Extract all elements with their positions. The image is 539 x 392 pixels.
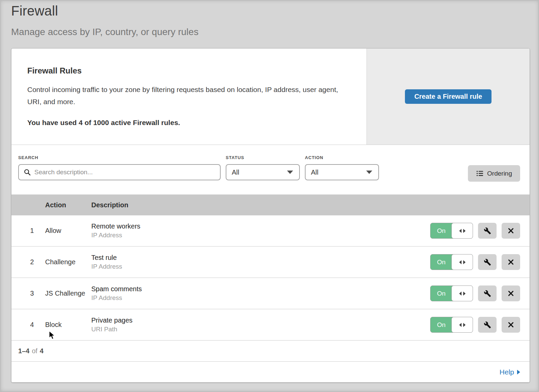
rule-match-type: IP Address [91,263,430,270]
wrench-icon [484,290,491,297]
firewall-rules-card: Firewall Rules Control incoming traffic … [11,48,530,383]
delete-rule-button[interactable] [502,223,520,239]
help-arrow-icon [517,370,520,374]
rule-number: 2 [19,258,45,266]
status-label: STATUS [226,155,300,160]
table-row: 2 Challenge Test rule IP Address On [11,247,530,278]
search-input[interactable] [18,164,221,180]
ordering-button-label: Ordering [487,170,512,177]
wrench-icon [484,259,491,266]
rule-enabled-toggle[interactable]: On [430,254,473,270]
rule-enabled-toggle[interactable]: On [430,285,473,301]
rule-number: 3 [19,290,45,297]
rule-number: 1 [19,227,45,235]
search-icon [24,169,31,176]
create-firewall-rule-button[interactable]: Create a Firewall rule [405,89,492,104]
rule-action: Challenge [45,258,91,266]
page-title: Firewall [11,3,539,19]
toggle-handle-icon [451,285,473,301]
rule-action: JS Challenge [45,290,91,297]
hero-text-block: Firewall Rules Control incoming traffic … [11,49,367,145]
toggle-on-label: On [431,286,452,301]
rule-description: Spam comments [91,285,430,293]
hero-action-panel: Create a Firewall rule [367,49,530,145]
filters-bar: SEARCH STATUS All ACTION [11,145,530,194]
rule-match-type: URI Path [91,326,430,333]
toggle-on-label: On [431,254,452,270]
help-link-label: Help [500,368,514,376]
toggle-handle-icon [451,317,473,333]
rule-description: Remote workers [91,222,430,230]
pagination-bar: 1–4 of 4 [11,341,530,362]
action-label: ACTION [305,155,379,160]
action-select[interactable]: All [305,164,379,180]
hero-section: Firewall Rules Control incoming traffic … [11,49,530,145]
table-row: 4 Block Private pages URI Path On [11,309,530,341]
status-filter: STATUS All [226,155,300,180]
action-filter: ACTION All [305,155,379,180]
rule-match-type: IP Address [91,232,430,239]
close-icon [507,321,514,328]
pagination-of: of [32,347,37,355]
rule-action: Allow [45,227,91,235]
toggle-handle-icon [451,223,473,239]
ordering-button[interactable]: Ordering [468,165,520,182]
rule-description-cell: Test rule IP Address [91,254,430,270]
rule-action: Block [45,321,91,329]
card-footer: Help [11,362,530,382]
close-icon [507,227,514,234]
close-icon [507,259,514,266]
rule-description-cell: Spam comments IP Address [91,285,430,302]
rule-number: 4 [19,321,45,329]
search-filter: SEARCH [18,155,221,180]
edit-rule-button[interactable] [478,285,497,301]
status-select[interactable]: All [226,164,300,180]
delete-rule-button[interactable] [502,285,520,301]
status-select-value: All [232,169,239,176]
rule-enabled-toggle[interactable]: On [430,317,473,333]
close-icon [507,290,514,297]
search-label: SEARCH [18,155,221,160]
rule-enabled-toggle[interactable]: On [430,223,473,239]
section-description: Control incoming traffic to your zone by… [27,84,347,108]
table-header: Action Description [11,194,530,215]
usage-note: You have used 4 of 1000 active Firewall … [27,119,353,127]
rule-description: Test rule [91,254,430,262]
help-link[interactable]: Help [500,368,520,376]
pagination-total: 4 [40,347,43,355]
edit-rule-button[interactable] [478,223,497,239]
edit-rule-button[interactable] [478,317,497,333]
toggle-handle-icon [451,254,473,270]
delete-rule-button[interactable] [502,317,520,333]
edit-rule-button[interactable] [478,254,497,270]
pagination-range: 1–4 [18,347,29,355]
toggle-on-label: On [431,223,452,238]
action-select-value: All [311,169,318,176]
delete-rule-button[interactable] [502,254,520,270]
page-header: Firewall Manage access by IP, country, o… [0,0,539,37]
section-heading: Firewall Rules [27,66,353,76]
page-subtitle: Manage access by IP, country, or query r… [11,27,539,37]
rule-description: Private pages [91,316,430,324]
rule-description-cell: Remote workers IP Address [91,222,430,239]
ordering-list-icon [476,170,484,177]
table-row: 1 Allow Remote workers IP Address On [11,215,530,247]
toggle-on-label: On [431,317,452,332]
action-column-header: Action [45,201,91,209]
rule-match-type: IP Address [91,294,430,302]
chevron-down-icon [366,171,372,174]
description-column-header: Description [91,201,520,209]
wrench-icon [484,321,491,329]
wrench-icon [484,227,491,235]
rule-description-cell: Private pages URI Path [91,316,430,333]
table-row: 3 JS Challenge Spam comments IP Address … [11,278,530,309]
chevron-down-icon [287,171,293,174]
